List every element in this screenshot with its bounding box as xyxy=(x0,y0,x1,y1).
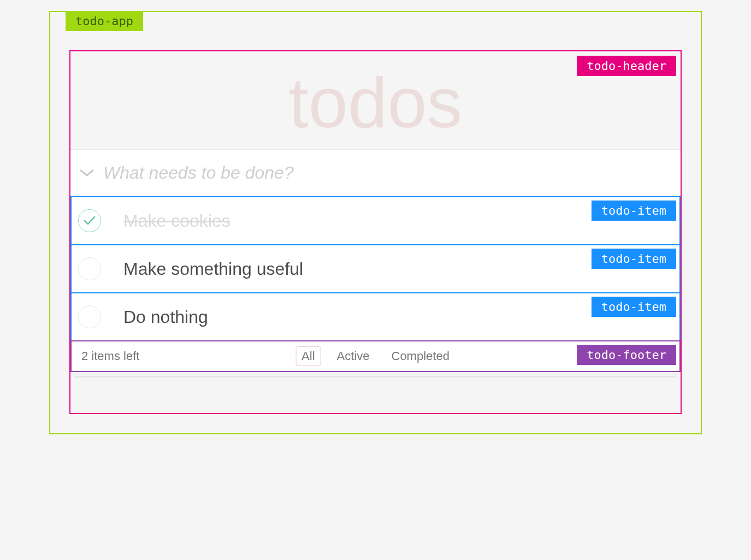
filter-list: All Active Completed xyxy=(295,346,456,366)
todo-app-annotation-box: todo-app todo-header todos todo-item xyxy=(49,11,702,434)
todo-list: todo-item Make cookies todo-item Make so… xyxy=(70,196,681,341)
annotation-label-item: todo-item xyxy=(592,297,676,317)
annotation-label-app: todo-app xyxy=(66,11,143,31)
checkbox-unchecked-icon xyxy=(78,305,101,328)
todo-footer: todo-footer 2 items left All Active Comp… xyxy=(70,340,681,372)
filter-completed-button[interactable]: Completed xyxy=(385,346,455,366)
filter-all-button[interactable]: All xyxy=(295,346,321,366)
todo-header-annotation-box: todo-header todos todo-item xyxy=(69,50,682,414)
todo-app: todos todo-item Make cookies xyxy=(70,51,681,372)
annotation-label-header: todo-header xyxy=(577,56,676,76)
annotation-label-item: todo-item xyxy=(592,201,676,221)
new-todo-row xyxy=(70,149,681,196)
todo-item: todo-item Make something useful xyxy=(70,244,681,293)
annotation-label-footer: todo-footer xyxy=(577,345,676,365)
todo-item: todo-item Make cookies xyxy=(70,196,681,245)
toggle-checkbox[interactable] xyxy=(78,305,101,328)
filter-active-button[interactable]: Active xyxy=(331,346,376,366)
checkbox-unchecked-icon xyxy=(78,257,101,280)
toggle-checkbox[interactable] xyxy=(78,257,101,280)
chevron-down-icon xyxy=(80,169,94,178)
toggle-checkbox[interactable] xyxy=(78,209,101,232)
todo-item: todo-item Do nothing xyxy=(70,292,681,341)
new-todo-input[interactable] xyxy=(103,160,671,186)
checkbox-checked-icon xyxy=(78,209,101,232)
todo-item-label[interactable]: Make cookies xyxy=(104,211,230,231)
todo-item-label[interactable]: Do nothing xyxy=(104,307,208,327)
todo-item-label[interactable]: Make something useful xyxy=(104,259,303,279)
items-left-count: 2 items left xyxy=(81,349,139,363)
annotation-label-item: todo-item xyxy=(592,249,676,269)
toggle-all-button[interactable] xyxy=(79,165,95,181)
